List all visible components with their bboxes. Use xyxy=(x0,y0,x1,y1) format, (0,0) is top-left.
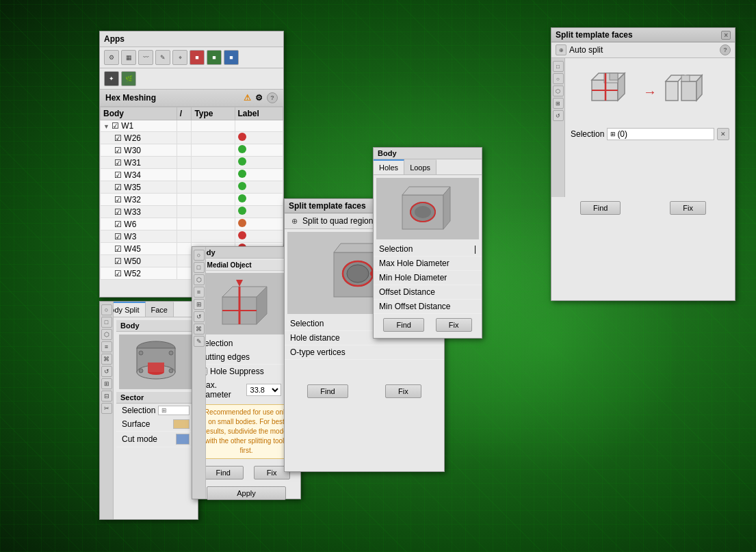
sector-preview xyxy=(119,334,192,389)
bh-selection-label: Selection xyxy=(379,244,413,254)
close-button[interactable]: × xyxy=(721,31,731,40)
cut-mode-icon[interactable] xyxy=(176,434,190,445)
bs-btn-3[interactable]: ⬡ xyxy=(194,274,205,285)
toolbar-btn-2[interactable]: □ xyxy=(101,317,112,328)
bs-btn-8[interactable]: ✎ xyxy=(194,336,205,347)
auto-split-help[interactable]: ? xyxy=(720,44,731,55)
split-to-quad-label: Split to quad regions xyxy=(302,216,377,226)
tree-row-w35[interactable]: ☑ W35 xyxy=(101,181,283,194)
svg-marker-23 xyxy=(402,187,450,195)
mode-icon-1[interactable]: ⊕ xyxy=(556,44,566,55)
tree-row-w32[interactable]: ☑ W32 xyxy=(101,194,283,206)
hex-meshing-title-bar: Hex Meshing ⚠ ⚙ ? xyxy=(100,90,283,107)
str-btn-3[interactable]: ⬡ xyxy=(553,86,564,96)
app-icon-10[interactable]: 🌿 xyxy=(121,71,136,86)
toolbar-btn-9[interactable]: ✂ xyxy=(101,403,112,414)
col-slash: / xyxy=(177,107,192,120)
cutting-edges-row: Cutting edges xyxy=(194,350,299,365)
selection-input[interactable]: ⊞ xyxy=(158,406,190,415)
str-selection-input[interactable]: ⊞ (0) xyxy=(607,128,714,140)
cutting-edges-label: Cutting edges xyxy=(199,352,250,362)
toolbar-btn-8[interactable]: ⊟ xyxy=(101,391,112,402)
bs-apply-button[interactable]: Apply xyxy=(207,486,287,500)
bh-find-button[interactable]: Find xyxy=(383,318,423,332)
toolbar-btn-1[interactable]: ○ xyxy=(101,304,112,315)
svg-rect-35 xyxy=(666,81,678,101)
str-find-button[interactable]: Find xyxy=(580,201,621,215)
stm-find-fix-row: Find Fix xyxy=(285,380,444,402)
toolbar-btn-4[interactable]: ≡ xyxy=(101,341,112,352)
o-type-label: O-type vertices xyxy=(290,347,346,357)
app-icon-1[interactable]: ⚙ xyxy=(104,50,119,65)
str-btn-5[interactable]: ↺ xyxy=(553,110,564,121)
tree-row-w33[interactable]: ☑ W33 xyxy=(101,206,283,218)
auto-split-label: Auto split xyxy=(569,45,603,55)
tree-row-w26[interactable]: ☑ W26 xyxy=(101,132,283,144)
str-sel-counter: (0) xyxy=(617,129,627,139)
diameter-select[interactable]: 33.8 xyxy=(246,384,282,396)
bs-find-fix-row: Find Fix xyxy=(194,462,299,484)
auto-split-mode-bar: ⊕ Auto split ? xyxy=(551,42,735,58)
str-find-fix-row: Find Fix xyxy=(551,197,735,219)
svg-rect-4 xyxy=(148,363,164,372)
app-icon-2[interactable]: ▦ xyxy=(121,50,136,65)
col-type: Type xyxy=(192,107,235,120)
bs-btn-5[interactable]: ⊞ xyxy=(194,299,205,310)
bh-fix-button[interactable]: Fix xyxy=(436,318,472,332)
toolbar-btn-6[interactable]: ↺ xyxy=(101,366,112,377)
str-btn-2[interactable]: ○ xyxy=(553,73,564,84)
body-split-toolbar: ○ □ ⬡ ≡ ⊞ ↺ ⌘ ✎ xyxy=(192,247,206,499)
surface-color xyxy=(173,419,190,429)
tree-row-w34[interactable]: ☑ W34 xyxy=(101,169,283,181)
settings-icon[interactable]: ⚙ xyxy=(255,93,263,103)
stm-fix-button[interactable]: Fix xyxy=(385,384,421,398)
app-icon-9[interactable]: ✦ xyxy=(104,71,119,86)
app-icon-4[interactable]: ✎ xyxy=(155,50,170,65)
bs-btn-7[interactable]: ⌘ xyxy=(194,324,205,334)
bs-btn-6[interactable]: ↺ xyxy=(194,311,205,322)
help-button[interactable]: ? xyxy=(267,92,278,103)
svg-point-26 xyxy=(415,206,431,218)
bs-btn-1[interactable]: ○ xyxy=(194,250,205,261)
hole-distance-label: Hole distance xyxy=(290,333,340,343)
split-mode-icon: ⊕ xyxy=(289,215,300,226)
tree-row-w1[interactable]: ▼☑ W1 xyxy=(101,120,283,132)
svg-rect-32 xyxy=(610,73,618,80)
str-btn-1[interactable]: □ xyxy=(553,61,564,72)
toolbar-btn-5[interactable]: ⌘ xyxy=(101,354,112,365)
cut-mode-row: Cut mode xyxy=(116,432,195,447)
app-icon-6[interactable]: ■ xyxy=(190,50,205,65)
tab-face[interactable]: Face xyxy=(146,302,174,317)
stm-find-button[interactable]: Find xyxy=(307,384,348,398)
hole-suppress-row: Hole Suppress xyxy=(194,365,299,378)
app-icon-7[interactable]: ■ xyxy=(207,50,222,65)
tree-row-w6[interactable]: ☑ W6 xyxy=(101,218,283,231)
split-arrow: → xyxy=(643,84,657,100)
str-btn-4[interactable]: ⊞ xyxy=(553,98,564,109)
bs-btn-4[interactable]: ≡ xyxy=(194,287,205,298)
tree-row-w30[interactable]: ☑ W30 xyxy=(101,144,283,157)
tab-holes[interactable]: Holes xyxy=(374,159,404,174)
tree-row-w3[interactable]: ☑ W3 xyxy=(101,231,283,243)
tree-row-w31[interactable]: ☑ W31 xyxy=(101,157,283,169)
str-fix-button[interactable]: Fix xyxy=(670,201,706,215)
col-label: Label xyxy=(235,107,283,120)
toolbar-btn-7[interactable]: ⊞ xyxy=(101,378,112,389)
apps-icons-row2: ✦ 🌿 xyxy=(100,68,283,90)
stm-spacer xyxy=(285,360,444,380)
app-icon-8[interactable]: ■ xyxy=(224,50,239,65)
str-sel-clear[interactable]: ✕ xyxy=(717,128,729,140)
bs-find-button[interactable]: Find xyxy=(203,466,243,479)
cut-mode-label: Cut mode xyxy=(122,434,157,444)
apps-icons-row1: ⚙ ▦ 〰 ✎ ⌖ ■ ■ ■ xyxy=(100,47,283,68)
bh-find-fix-row: Find Fix xyxy=(374,314,482,336)
app-icon-3[interactable]: 〰 xyxy=(138,50,153,65)
hole-suppress-label[interactable]: Hole Suppress xyxy=(199,367,294,376)
holes-tab-bar: Holes Loops xyxy=(374,159,482,175)
svg-marker-36 xyxy=(666,75,683,81)
app-icon-5[interactable]: ⌖ xyxy=(172,50,187,65)
toolbar-btn-3[interactable]: ⬡ xyxy=(101,329,112,340)
str-selection-label: Selection xyxy=(571,129,604,139)
tab-loops[interactable]: Loops xyxy=(404,159,436,174)
bs-btn-2[interactable]: □ xyxy=(194,262,205,273)
